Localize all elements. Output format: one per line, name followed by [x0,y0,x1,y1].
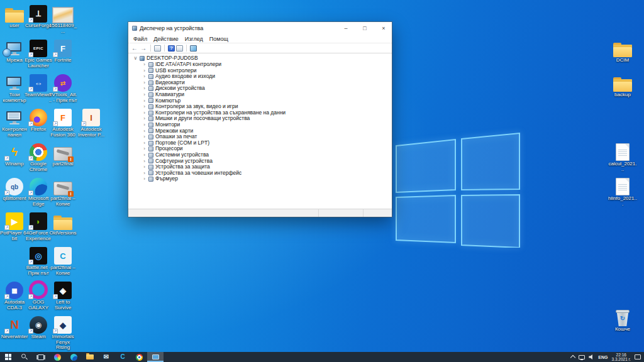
root-expander-icon[interactable]: ∨ [133,55,138,62]
start-button[interactable] [0,352,16,362]
menu-item-2[interactable]: Действие [150,36,182,42]
shortcut-arrow-icon: ↗ [28,225,33,230]
dcim-folder-icon [613,43,632,57]
part2final-file[interactable]: part2final [48,141,77,167]
device-tree: ∨DESKTOP-PJUD0SB›IDE ATA/ATAPI контролер… [128,53,392,209]
menu-item-1[interactable]: Файл [130,36,150,42]
shortcut-arrow-icon: ↗ [53,87,58,92]
backup-folder[interactable]: backup [608,72,637,98]
language-indicator[interactable]: ENG [598,355,608,359]
left-to-survive-shortcut-label: Left to Survive [48,300,77,310]
photo-file-art [48,3,77,23]
title-bar[interactable]: Диспечер на устройства – □ × [128,22,392,35]
photo-file[interactable]: 156118409_... [48,3,77,34]
mail-button[interactable]: ✉ [98,352,114,362]
expander-icon[interactable]: › [142,170,147,177]
inventor-pro-shortcut[interactable]: I↗Autodesk Inventor P... [77,106,106,138]
properties-icon[interactable] [176,45,183,52]
expander-icon[interactable]: › [142,68,147,74]
help-icon[interactable]: ? [168,45,175,52]
cura-part2final-copy-icon: C [54,247,72,265]
edge-button[interactable] [65,352,82,362]
volume-icon[interactable] [589,354,594,360]
expander-icon[interactable]: › [142,140,147,146]
search-button[interactable] [16,352,33,362]
expander-icon[interactable]: › [142,128,147,134]
window-title: Диспечер на устройства [140,25,335,31]
edge-icon [70,354,77,361]
expander-icon[interactable]: › [142,146,147,152]
dcim-folder[interactable]: DCIM [608,37,637,63]
fortnite-shortcut[interactable]: F↗Fortnite [48,37,77,63]
file-explorer-button[interactable] [82,352,98,362]
recycle-bin[interactable]: ↻Кошче [608,306,637,332]
device-category-icon [148,123,153,128]
cura-part2final-copy-label: part2final – Копие [48,265,77,276]
fusion360-shortcut[interactable]: F↗Autodesk Fusion 360 [48,106,77,138]
toolbar-separator [150,45,151,52]
shortcut-arrow-icon: ↗ [53,329,58,334]
forward-icon[interactable]: → [140,45,147,52]
expander-icon[interactable]: › [142,116,147,122]
hlinfo-doc[interactable]: hlinfo_2021... [608,175,637,207]
device-category-icon [148,134,153,140]
menu-item-4[interactable]: Помощ [206,36,231,42]
scan-hardware-icon[interactable] [190,45,197,52]
expander-icon[interactable]: › [142,85,147,92]
expander-icon[interactable]: › [142,176,147,182]
network-status-icon[interactable] [579,355,585,359]
expander-icon[interactable]: › [142,110,147,116]
back-icon[interactable]: ← [131,45,138,52]
console-tree-icon[interactable] [154,45,161,52]
clock[interactable]: 22:16 3.3.2021 г. [612,353,631,361]
left-to-survive-shortcut[interactable]: ◈↗Left to Survive [48,279,77,310]
close-button[interactable]: × [375,22,392,35]
menu-item-3[interactable]: Изглед [182,36,206,42]
expander-icon[interactable]: › [142,158,147,165]
cura-part2final-copy[interactable]: Cpart2final – Копие [48,244,77,276]
cura-button[interactable]: C [114,352,131,362]
tray-overflow-chevron-icon[interactable] [570,355,575,360]
expander-icon[interactable]: › [142,104,147,110]
device-manager-icon [152,354,159,359]
tvtools-shortcut[interactable]: ⇄↗TVTools_Alt... - Пряк път [48,72,77,103]
calcul-doc[interactable]: calcul_2021... [608,141,637,172]
expander-icon[interactable]: › [142,98,147,104]
shortcut-arrow-icon: ↗ [28,294,33,299]
expander-icon[interactable]: › [142,134,147,140]
expander-icon[interactable]: › [142,80,147,86]
globe-icon [3,48,11,57]
part2final-copy-file[interactable]: part2final – Копие [48,175,77,207]
minimize-button[interactable]: – [338,22,354,35]
device-category-icon [148,111,153,116]
expander-icon[interactable]: › [142,164,147,170]
chrome-button[interactable] [131,352,147,362]
device-category-icon [148,80,153,85]
scr [6,77,21,86]
photo-file-icon [53,8,73,23]
shortcut-arrow-icon: ↗ [28,260,33,265]
device-category-icon [148,116,153,121]
immortals-shortcut[interactable]: ◆↗Immortals Fenyx Rising [48,314,77,351]
tree-item[interactable]: ›Фърмуер [128,176,392,182]
task-view-icon [38,354,44,360]
device-manager-window: Диспечер на устройства – □ × ФайлДействи… [128,22,392,217]
user-folder-icon [5,8,24,23]
expander-icon[interactable]: › [142,62,147,68]
expander-icon[interactable]: › [142,92,147,98]
expander-icon[interactable]: › [142,122,147,128]
device-category-icon [148,74,153,79]
expander-icon[interactable]: › [142,152,147,158]
expander-icon[interactable]: › [142,74,147,80]
recycle-bin-icon: ↻ [615,309,630,326]
task-view-button[interactable] [33,352,49,362]
action-center-icon[interactable] [635,354,641,359]
device-manager-button[interactable] [147,352,164,362]
tree-root-label: DESKTOP-PJUD0SB [147,55,198,62]
menu-bar: ФайлДействиеИзгледПомощ [128,35,392,43]
maximize-button[interactable]: □ [357,22,373,35]
paint-3d-button[interactable] [49,352,65,362]
fortnite-shortcut-art: F↗ [48,37,77,57]
oldversions-folder[interactable]: OldVersions [48,210,77,236]
device-category-icon [148,62,153,67]
